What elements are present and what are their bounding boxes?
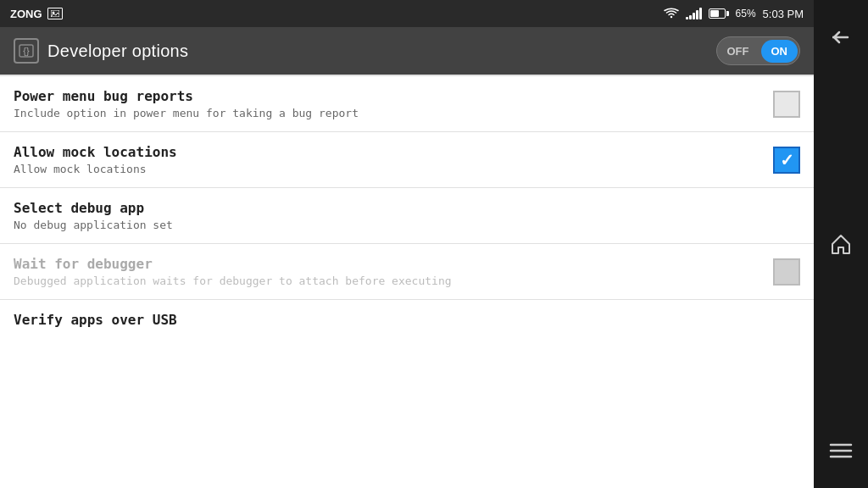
item-subtitle-mock-locations: Allow mock locations: [14, 163, 760, 175]
clock: 5:03 PM: [763, 8, 804, 20]
wifi-icon: [664, 8, 679, 19]
battery-icon: [709, 8, 729, 19]
item-title-select-debug: Select debug app: [14, 200, 787, 216]
battery-percent: 65%: [736, 8, 756, 19]
checkbox-wait-debugger: [773, 258, 800, 286]
nav-middle-icons: [821, 224, 861, 264]
item-subtitle-power-menu: Include option in power menu for taking …: [14, 107, 760, 119]
checkbox-mock-locations[interactable]: [773, 147, 800, 174]
item-title-verify-apps: Verify apps over USB: [14, 312, 787, 328]
list-item[interactable]: Verify apps over USB: [0, 300, 814, 342]
item-text-wait-debugger: Wait for debugger Debugged application w…: [14, 256, 773, 287]
signal-icon: [686, 8, 702, 19]
status-bar: ZONG: [0, 0, 814, 27]
toggle-on-label: ON: [761, 40, 798, 63]
developer-options-toggle[interactable]: OFF ON: [716, 36, 801, 65]
nav-icons-group: [821, 17, 861, 58]
carrier-label: ZONG: [10, 8, 42, 20]
toolbar: {} Developer options OFF ON: [0, 27, 814, 75]
image-icon: [47, 8, 63, 19]
main-content: ZONG: [0, 0, 814, 488]
toolbar-left: {} Developer options: [14, 38, 188, 64]
nav-back-button[interactable]: [821, 17, 861, 58]
toggle-off-label: OFF: [717, 40, 760, 63]
nav-sidebar: [814, 0, 868, 488]
status-bar-left: ZONG: [10, 8, 63, 20]
list-item[interactable]: Power menu bug reports Include option in…: [0, 76, 814, 132]
item-title-power-menu: Power menu bug reports: [14, 88, 760, 104]
item-text-power-menu: Power menu bug reports Include option in…: [14, 88, 773, 119]
svg-text:{}: {}: [23, 46, 30, 56]
item-text-mock-locations: Allow mock locations Allow mock location…: [14, 144, 773, 175]
page-title: Developer options: [47, 42, 188, 61]
checkbox-power-menu[interactable]: [773, 91, 800, 118]
list-item[interactable]: Select debug app No debug application se…: [0, 188, 814, 244]
nav-menu-button[interactable]: [821, 430, 861, 471]
nav-home-button[interactable]: [821, 224, 861, 264]
nav-bottom-icons: [821, 430, 861, 471]
item-text-select-debug: Select debug app No debug application se…: [14, 200, 800, 231]
item-subtitle-wait-debugger: Debugged application waits for debugger …: [14, 274, 760, 287]
list-item[interactable]: Allow mock locations Allow mock location…: [0, 132, 814, 188]
back-icon-button[interactable]: {}: [14, 38, 39, 64]
item-text-verify-apps: Verify apps over USB: [14, 312, 800, 330]
item-title-mock-locations: Allow mock locations: [14, 144, 760, 160]
list-item: Wait for debugger Debugged application w…: [0, 244, 814, 300]
status-bar-right: 65% 5:03 PM: [664, 8, 804, 20]
settings-list: Power menu bug reports Include option in…: [0, 76, 814, 488]
item-subtitle-select-debug: No debug application set: [14, 219, 787, 231]
item-title-wait-debugger: Wait for debugger: [14, 256, 760, 272]
